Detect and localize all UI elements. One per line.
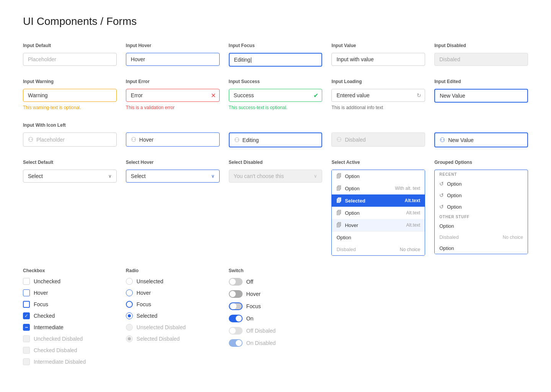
radio-circle-hover[interactable]: [126, 289, 133, 296]
input-success[interactable]: Success: [229, 89, 323, 102]
copy-icon-5: 🗐: [336, 222, 342, 228]
input-loading[interactable]: Entered value: [331, 89, 425, 102]
input-disabled-group: Input Disabled Disbaled: [434, 43, 528, 67]
select-default-label: Select Default: [23, 160, 117, 165]
input-icon-edited[interactable]: ⚇ New Value: [434, 132, 528, 147]
select-hover-value: Select: [131, 173, 146, 179]
radio-hover[interactable]: Hover: [126, 289, 220, 296]
input-error[interactable]: Error: [126, 89, 220, 102]
radio-selected[interactable]: Selected: [126, 312, 220, 319]
input-focus[interactable]: Editing|: [229, 53, 323, 67]
radio-circle-focus[interactable]: [126, 301, 133, 308]
checkbox-label: Checkbox: [23, 268, 117, 273]
checkbox-box-hover[interactable]: [23, 289, 30, 296]
input-icon-disabled-value: Disbaled: [345, 137, 365, 143]
checkbox-checked-label: Checked: [34, 313, 55, 319]
radio-circle-selected[interactable]: [126, 312, 133, 319]
checkbox-intermediate[interactable]: − Intermediate: [23, 324, 117, 331]
input-default[interactable]: Placeholder: [23, 53, 117, 66]
switch-track-hover[interactable]: [229, 290, 243, 298]
select-disabled-value: You can't choose this: [234, 173, 284, 179]
grouped-item-1[interactable]: ↺ Option: [435, 178, 528, 189]
grouped-item-3[interactable]: ↺ Option: [435, 201, 528, 212]
alt-text-2: With alt. text: [395, 186, 420, 191]
no-choice-5: No choice: [503, 235, 523, 240]
checkbox-box-focus[interactable]: [23, 301, 30, 308]
switch-track-on[interactable]: [229, 315, 243, 322]
dropdown-item-4[interactable]: 🗐 Option Alt.text: [332, 207, 425, 219]
input-icon-edited-value: New Value: [448, 137, 474, 143]
dropdown-item-5-hover[interactable]: 🗐 Hover Alt.text: [332, 219, 425, 231]
checkbox-box-intermediate[interactable]: −: [23, 324, 30, 331]
input-edited[interactable]: New Value: [434, 89, 528, 103]
switch-track-focus[interactable]: [229, 302, 243, 310]
input-icon-hover-group: _ ⚇ Hover: [126, 122, 220, 147]
switch-on[interactable]: On: [229, 315, 323, 322]
input-disabled-label: Input Disabled: [434, 43, 528, 48]
checkbox-checked[interactable]: ✓ Checked: [23, 312, 117, 319]
input-focus-label: Input Focus: [229, 43, 323, 48]
input-icon-hover[interactable]: ⚇ Hover: [126, 132, 220, 147]
checkbox-group: Checkbox Unchecked Hover Focus ✓ Checked: [23, 268, 117, 365]
alt-text-3: Alt.text: [405, 198, 421, 203]
input-value[interactable]: Input with value: [331, 53, 425, 66]
copy-icon-3: 🗐: [336, 198, 342, 204]
dropdown-item-6[interactable]: Option: [332, 232, 425, 243]
select-disabled-label: Select Disabled: [229, 160, 323, 165]
checkbox-box-unchecked[interactable]: [23, 278, 30, 285]
grouped-item-4[interactable]: Option: [435, 220, 528, 232]
checkbox-unchecked[interactable]: Unchecked: [23, 278, 117, 285]
switch-focus[interactable]: Focus: [229, 302, 323, 310]
recent-icon-2: ↺: [439, 192, 444, 198]
input-icon-default-group: Input With Icon Left ⚇: [23, 122, 117, 147]
chevron-down-icon-hover: ∨: [211, 173, 215, 179]
checkbox-checked-disabled: Checked Disbaled: [23, 347, 117, 354]
select-default[interactable]: Select ∨: [23, 170, 117, 183]
input-default-label: Input Default: [23, 43, 117, 48]
input-error-helper: This is a validation error: [126, 105, 220, 110]
radio-unselected-label: Unselected: [137, 278, 163, 284]
radio-unselected[interactable]: Unselected: [126, 278, 220, 285]
grouped-item-5-disabled: Disbaled No choice: [435, 232, 528, 243]
input-hover[interactable]: Hover: [126, 53, 220, 66]
input-warning-label: Input Warning: [23, 79, 117, 84]
switch-hover[interactable]: Hover: [229, 290, 323, 298]
checkmark-icon: ✓: [24, 313, 28, 318]
select-hover[interactable]: Select ∨: [126, 170, 220, 183]
grouped-item-6[interactable]: Option: [435, 243, 528, 254]
person-icon-edited: ⚇: [440, 136, 445, 144]
dropdown-item-1[interactable]: 🗐 Option: [332, 170, 425, 182]
dropdown-item-3-selected[interactable]: 🗐 Selected Alt.text: [332, 194, 425, 207]
checkbox-focus-label: Focus: [34, 301, 48, 307]
input-error-wrapper: Error ✕: [126, 89, 220, 102]
select-active-dropdown[interactable]: 🗐 Option 🗐 Option With alt. text 🗐 Selec…: [331, 170, 425, 256]
switch-off-disabled-label: Off Disbaled: [246, 328, 276, 334]
input-error-label: Input Error: [126, 79, 220, 84]
switch-off[interactable]: Off: [229, 278, 323, 286]
switch-track-off[interactable]: [229, 278, 243, 286]
checkbox-hover[interactable]: Hover: [23, 289, 117, 296]
alt-text-7: No choice: [400, 247, 420, 252]
radio-unselected-disabled-label: Unselected Disbaled: [137, 324, 186, 330]
input-icon-default-field[interactable]: [36, 137, 112, 143]
switch-thumb-focus: [230, 303, 236, 309]
input-disabled: Disbaled: [434, 53, 528, 66]
grouped-item-2[interactable]: ↺ Option: [435, 189, 528, 201]
radio-dot-selected: [128, 314, 131, 317]
checkbox-focus[interactable]: Focus: [23, 301, 117, 308]
switch-off-label: Off: [246, 279, 253, 285]
person-icon-hover: ⚇: [131, 136, 136, 143]
radio-selected-disabled-label: Selected Disbaled: [137, 336, 180, 342]
dropdown-item-2[interactable]: 🗐 Option With alt. text: [332, 182, 425, 194]
input-success-wrapper: Success ✔: [229, 89, 323, 102]
radio-focus[interactable]: Focus: [126, 301, 220, 308]
checkbox-box-checked[interactable]: ✓: [23, 312, 30, 319]
checkbox-box-checked-disabled: [23, 347, 30, 354]
input-icon-default[interactable]: ⚇: [23, 132, 117, 147]
switch-on-label: On: [246, 315, 254, 322]
input-icon-focus[interactable]: ⚇ Editing: [229, 132, 323, 147]
input-warning[interactable]: Warning: [23, 89, 117, 102]
grouped-dropdown[interactable]: RECENT ↺ Option ↺ Option ↺ Option OTHER …: [434, 170, 528, 254]
person-icon-default: ⚇: [28, 136, 33, 143]
radio-circle-unselected[interactable]: [126, 278, 133, 285]
